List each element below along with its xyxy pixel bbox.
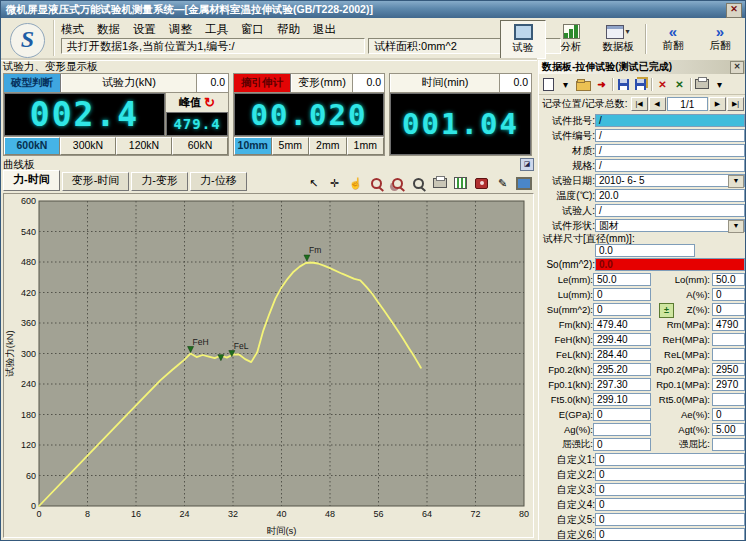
range-button-5mm[interactable]: 5mm [272, 137, 310, 155]
field-input[interactable]: 50.0 [593, 273, 651, 286]
hand-icon[interactable]: ☝ [347, 175, 364, 191]
field-input[interactable]: 284.40 [593, 348, 651, 361]
field-input[interactable]: 0 [595, 468, 745, 481]
range-button-600kn[interactable]: 600kN [4, 137, 60, 155]
zoom-window-icon[interactable] [389, 175, 406, 191]
new-record-icon[interactable] [542, 76, 555, 92]
field-input[interactable]: / [595, 159, 745, 172]
field-input[interactable]: 4790 [712, 318, 745, 331]
next-record-button[interactable]: » 后翻 [698, 21, 742, 58]
nav-first-button[interactable]: |◀ [631, 97, 648, 111]
field-input[interactable]: / [595, 114, 745, 127]
nav-prev-button[interactable]: ◀ [649, 97, 666, 111]
new-record-menu-icon[interactable]: ▾ [559, 76, 572, 92]
chevron-down-icon[interactable]: ▼ [728, 220, 744, 233]
field-input[interactable]: 50.0 [712, 273, 745, 286]
remove-extensometer-button[interactable]: 摘引伸计 [234, 74, 291, 92]
so-input[interactable]: 0.0 [595, 258, 745, 271]
print-menu-icon[interactable]: ▾ [713, 76, 726, 92]
range-button-300kn[interactable]: 300kN [60, 137, 116, 155]
field-input[interactable]: 圆材 [595, 219, 745, 232]
menu-item[interactable]: 退出 [313, 22, 336, 37]
calc-icon[interactable]: ± [659, 303, 674, 318]
zoom-out-icon[interactable] [410, 175, 427, 191]
menu-item[interactable]: 数据 [97, 22, 120, 37]
tab-2[interactable]: 力-变形 [131, 172, 188, 191]
field-input[interactable]: 0 [595, 483, 745, 496]
range-button-120kn[interactable]: 120kN [116, 137, 172, 155]
snapshot-icon[interactable] [473, 175, 490, 191]
field-input[interactable]: 0 [712, 288, 745, 301]
nav-last-button[interactable]: ▶| [727, 97, 744, 111]
peak-refresh-icon[interactable]: ↻ [204, 96, 215, 109]
menu-item[interactable]: 帮助 [277, 22, 300, 37]
field-input[interactable]: 0 [595, 498, 745, 511]
test-button[interactable]: 试验 [500, 20, 546, 59]
field-input[interactable]: 0 [595, 453, 745, 466]
field-input[interactable]: 20.0 [595, 189, 745, 202]
field-input[interactable]: 2010- 6- 5 [595, 174, 745, 187]
field-input[interactable]: 5.00 [712, 423, 745, 436]
print-icon[interactable] [695, 76, 709, 92]
range-button-2mm[interactable]: 2mm [309, 137, 347, 155]
annotate-icon[interactable]: ✎ [494, 175, 511, 191]
tab-0[interactable]: 力-时间 [3, 170, 60, 191]
field-input[interactable]: 0 [712, 408, 745, 421]
field-input[interactable]: 0 [593, 288, 651, 301]
field-input[interactable] [712, 333, 745, 346]
range-button-60kn[interactable]: 60kN [172, 137, 228, 155]
field-input[interactable]: 0 [595, 513, 745, 526]
field-input[interactable] [712, 393, 745, 406]
pan-icon[interactable]: ✛ [326, 175, 343, 191]
display-icon[interactable] [515, 175, 532, 191]
field-input[interactable]: 299.40 [593, 333, 651, 346]
delete-all-icon[interactable]: ✕ [673, 76, 686, 92]
break-judge-button[interactable]: 破型判断 [4, 74, 61, 92]
range-button-1mm[interactable]: 1mm [347, 137, 385, 155]
export-icon[interactable]: ➜ [595, 76, 608, 92]
field-input[interactable]: 297.30 [593, 378, 651, 391]
field-input[interactable]: / [595, 129, 745, 142]
field-input[interactable]: 479.40 [593, 318, 651, 331]
field-input[interactable]: / [595, 144, 745, 157]
save-as-icon[interactable] [634, 76, 647, 92]
databoard-button[interactable]: ▾ 数据板 [596, 21, 640, 58]
save-icon[interactable] [617, 76, 630, 92]
field-input[interactable]: 299.10 [593, 393, 651, 406]
close-icon[interactable]: ✕ [730, 61, 744, 74]
range-button-10mm[interactable]: 10mm [234, 137, 272, 155]
prev-record-button[interactable]: « 前翻 [651, 21, 695, 58]
field-input[interactable] [593, 423, 651, 436]
field-input[interactable]: 0 [595, 528, 745, 541]
chevron-down-icon[interactable]: ▼ [728, 175, 744, 188]
field-input[interactable] [712, 438, 745, 451]
menu-item[interactable]: 工具 [205, 22, 228, 37]
menu-item[interactable]: 设置 [133, 22, 156, 37]
field-input[interactable]: 0 [593, 438, 651, 451]
tab-1[interactable]: 变形-时间 [62, 172, 130, 191]
specimen-size-input[interactable]: 0.0 [595, 244, 695, 257]
pin-icon[interactable]: ◪ [520, 158, 534, 171]
field-input[interactable]: 295.20 [593, 363, 651, 376]
zoom-in-icon[interactable] [368, 175, 385, 191]
cursor-icon[interactable]: ↖ [305, 175, 322, 191]
tab-3[interactable]: 力-位移 [190, 172, 247, 191]
chevron-down-icon[interactable]: ▾ [625, 27, 629, 36]
analyze-button[interactable]: 分析 [549, 21, 593, 58]
field-input[interactable]: 2950 [712, 363, 745, 376]
field-input[interactable]: 0 [593, 408, 651, 421]
field-input[interactable]: 0 [712, 303, 745, 316]
report-icon[interactable] [452, 175, 469, 191]
nav-next-button[interactable]: ▶ [709, 97, 726, 111]
field-input[interactable]: / [595, 204, 745, 217]
menu-item[interactable]: 模式 [61, 22, 84, 37]
field-input[interactable]: 2970 [712, 378, 745, 391]
menu-item[interactable]: 调整 [169, 22, 192, 37]
open-icon[interactable] [576, 76, 591, 92]
field-input[interactable]: 0 [593, 303, 651, 316]
field-input[interactable] [712, 348, 745, 361]
print-icon[interactable] [431, 175, 448, 191]
delete-icon[interactable]: ✕ [656, 76, 669, 92]
menu-item[interactable]: 窗口 [241, 22, 264, 37]
close-icon[interactable]: ✕ [726, 3, 742, 18]
